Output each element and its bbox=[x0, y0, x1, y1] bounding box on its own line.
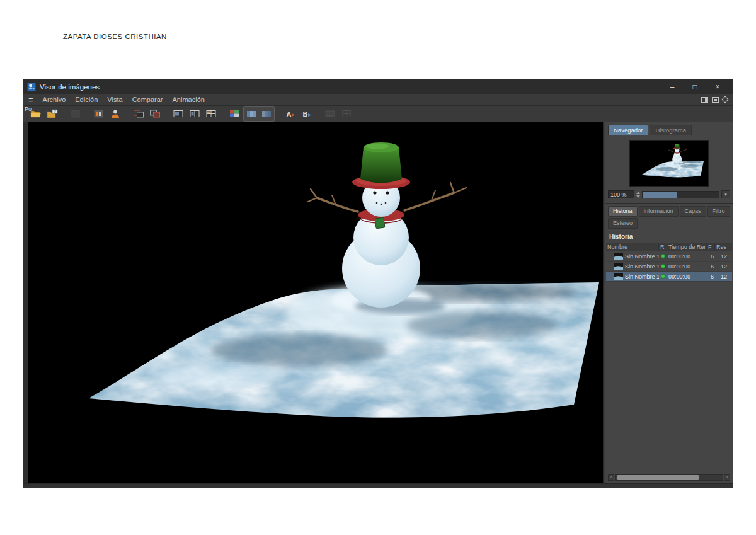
tab-informacion[interactable]: Información bbox=[639, 206, 679, 217]
film-strip-icon bbox=[324, 109, 336, 118]
row-frames: 6 bbox=[707, 253, 715, 260]
scroll-left-arrow[interactable]: ‹ bbox=[608, 474, 614, 481]
stereo-side-by-side-button[interactable] bbox=[244, 107, 259, 121]
history-table: Nombre R Tiempo de Render F Res Sin Nomb… bbox=[606, 243, 732, 282]
ram-player-button[interactable] bbox=[91, 107, 106, 121]
stepper-up-icon bbox=[636, 192, 640, 194]
person-icon bbox=[110, 109, 121, 118]
row-resolution: 12 bbox=[715, 253, 728, 260]
save-image-button[interactable] bbox=[45, 107, 60, 121]
menubar-right-icons bbox=[701, 97, 728, 103]
horizontal-scrollbar[interactable]: ‹ › bbox=[608, 474, 730, 481]
compare-frame-a-button[interactable] bbox=[131, 107, 146, 121]
single-image-mode-button[interactable] bbox=[108, 107, 123, 121]
window-title: Visor de imágenes bbox=[40, 83, 100, 91]
svg-text:A: A bbox=[287, 110, 292, 118]
close-button[interactable]: × bbox=[706, 80, 729, 93]
image-viewport[interactable] bbox=[28, 122, 603, 483]
col-tiempo[interactable]: Tiempo de Render bbox=[667, 243, 707, 251]
layout-frame-icon[interactable] bbox=[712, 97, 719, 103]
layout-single-icon bbox=[173, 109, 184, 118]
scrollbar-thumb[interactable] bbox=[617, 475, 699, 480]
scrollbar-track[interactable] bbox=[615, 474, 723, 481]
col-nombre[interactable]: Nombre bbox=[606, 243, 659, 251]
minimize-button[interactable]: – bbox=[661, 80, 684, 93]
zoom-stepper[interactable] bbox=[636, 192, 640, 198]
table-row-selected[interactable]: Sin Nombre 1 * 00:00:00 6 12 bbox=[606, 272, 732, 282]
table-row[interactable]: Sin Nombre 1 * 00:00:00 6 12 bbox=[606, 262, 732, 272]
film-strip-button[interactable] bbox=[323, 107, 338, 121]
right-panel: Navegador Histograma 100 % ▾ bbox=[605, 122, 733, 483]
menu-archivo[interactable]: Archivo bbox=[43, 96, 66, 103]
table-row[interactable]: Sin Nombre 1 * 00:00:00 6 12 bbox=[606, 251, 732, 262]
scroll-right-arrow[interactable]: › bbox=[724, 474, 730, 481]
zoom-slider[interactable] bbox=[642, 191, 719, 198]
stepper-down-icon bbox=[636, 195, 640, 198]
channels-icon bbox=[229, 109, 240, 118]
set-compare-a-button[interactable]: A bbox=[283, 107, 298, 121]
render-status-dot bbox=[661, 254, 665, 258]
tab-navegador[interactable]: Navegador bbox=[608, 125, 648, 135]
layout-double-button[interactable] bbox=[187, 107, 202, 121]
ram-player-icon bbox=[93, 109, 105, 118]
layout-single-button[interactable] bbox=[171, 107, 186, 121]
layout-double-icon bbox=[189, 109, 200, 118]
tab-histograma[interactable]: Histograma bbox=[650, 125, 692, 135]
col-r[interactable]: R bbox=[659, 243, 667, 251]
grid-button[interactable] bbox=[339, 107, 354, 121]
row-time: 00:00:00 bbox=[667, 253, 707, 260]
row-time: 00:00:00 bbox=[667, 273, 707, 280]
tab-filtro[interactable]: Filtro bbox=[707, 206, 730, 217]
history-table-header: Nombre R Tiempo de Render F Res bbox=[606, 243, 732, 251]
navigator-tabs: Navegador Histograma bbox=[605, 122, 733, 135]
navigator-thumbnail[interactable] bbox=[629, 140, 709, 187]
window-content: Navegador Histograma 100 % ▾ bbox=[23, 122, 733, 483]
menu-edicion[interactable]: Edición bbox=[75, 96, 98, 103]
tab-estereo[interactable]: Estéreo bbox=[608, 218, 638, 229]
grid-icon bbox=[341, 109, 352, 118]
window-controls: – □ × bbox=[661, 80, 729, 93]
hamburger-menu-icon[interactable]: ≡ bbox=[28, 95, 33, 105]
col-f[interactable]: F bbox=[707, 243, 715, 251]
stereo-pair-icon bbox=[246, 109, 257, 118]
history-section: Historia Información Capas Filtro Estére… bbox=[605, 203, 733, 282]
menubar: ≡ Archivo Edición Vista Comparar Animaci… bbox=[23, 94, 733, 106]
layout-quad-icon bbox=[205, 109, 217, 118]
thumbnail-render-image bbox=[634, 141, 704, 185]
app-icon bbox=[27, 83, 36, 91]
history-title: Historia bbox=[605, 229, 733, 243]
menu-animacion[interactable]: Animación bbox=[173, 96, 205, 103]
channel-view-button[interactable] bbox=[227, 107, 242, 121]
render-image-snowman bbox=[28, 122, 603, 483]
maximize-button[interactable]: □ bbox=[684, 80, 706, 93]
tab-capas[interactable]: Capas bbox=[680, 206, 706, 217]
window-bottom-strip bbox=[23, 483, 733, 488]
move-layout-icon[interactable] bbox=[721, 96, 728, 103]
toolbar: A B bbox=[23, 106, 733, 122]
row-name: Sin Nombre 1 * bbox=[625, 253, 659, 260]
row-resolution: 12 bbox=[715, 263, 728, 270]
tab-historia[interactable]: Historia bbox=[608, 206, 638, 217]
render-status-dot bbox=[661, 264, 665, 268]
render-thumb-icon bbox=[614, 273, 623, 280]
zoom-value-field[interactable]: 100 % bbox=[608, 190, 634, 198]
set-b-icon: B bbox=[301, 109, 312, 118]
anaglyph-icon bbox=[261, 109, 272, 118]
delete-image-button[interactable] bbox=[68, 107, 83, 121]
zoom-preset-dropdown[interactable]: ▾ bbox=[721, 190, 730, 198]
layout-quad-button[interactable] bbox=[203, 107, 219, 121]
history-tabs-row2: Estéreo bbox=[605, 218, 733, 229]
menu-vista[interactable]: Vista bbox=[107, 96, 122, 103]
titlebar[interactable]: Visor de imágenes – □ × bbox=[23, 79, 733, 94]
col-res[interactable]: Res bbox=[715, 243, 728, 251]
set-compare-b-button[interactable]: B bbox=[299, 107, 314, 121]
picture-viewer-window: Po Visor de imágenes – □ × ≡ Archivo Edi… bbox=[23, 79, 733, 488]
toggle-panel-icon[interactable] bbox=[701, 97, 708, 103]
stereo-anaglyph-button[interactable] bbox=[259, 107, 274, 121]
row-time: 00:00:00 bbox=[667, 263, 707, 270]
zoom-slider-fill bbox=[643, 192, 677, 198]
compare-frame-b-button[interactable] bbox=[147, 107, 163, 121]
svg-text:B: B bbox=[303, 110, 308, 118]
menu-comparar[interactable]: Comparar bbox=[132, 96, 163, 103]
save-folder-icon bbox=[47, 109, 58, 118]
